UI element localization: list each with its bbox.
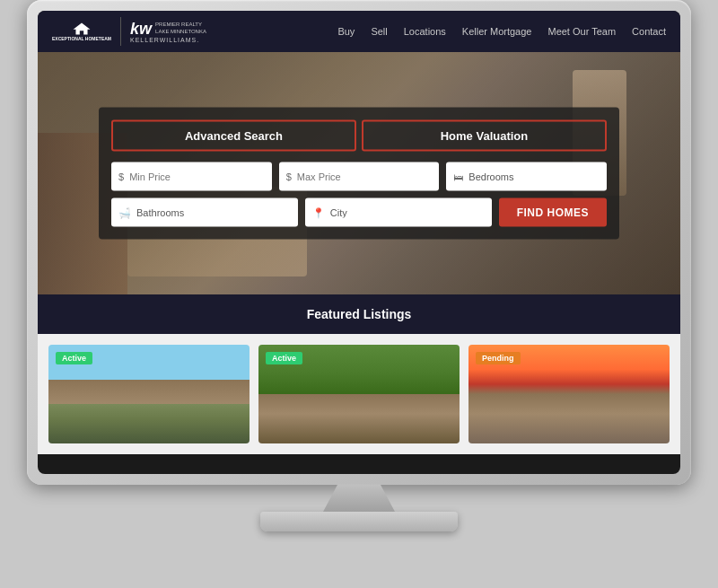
hero-section: Advanced Search Home Valuation $ $ — [38, 52, 680, 294]
tab-home-valuation[interactable]: Home Valuation — [362, 120, 607, 152]
max-price-field[interactable]: $ — [279, 162, 440, 191]
featured-title: Featured Listings — [307, 307, 412, 321]
monitor-outer: EXCEPTIONAL HOMETEAM kw PREMIER REALTY L… — [27, 0, 691, 485]
nav-buy[interactable]: Buy — [337, 26, 355, 37]
bedrooms-select[interactable]: Bedrooms 1+ 2+ 3+ 4+ — [468, 171, 600, 182]
listing-badge-3: Pending — [476, 352, 521, 364]
featured-section: Featured Listings Active Active — [38, 294, 680, 454]
monitor-stand-base — [260, 512, 458, 531]
listing-badge-2: Active — [266, 352, 302, 364]
screen: EXCEPTIONAL HOMETEAM kw PREMIER REALTY L… — [38, 11, 680, 474]
kw-top: kw PREMIER REALTY LAKE MINNETONKA — [130, 21, 206, 37]
bedrooms-field[interactable]: 🛏 Bedrooms 1+ 2+ 3+ 4+ — [446, 162, 607, 191]
nav-sell[interactable]: Sell — [371, 26, 387, 37]
dollar-icon-max: $ — [286, 171, 292, 182]
exceptional-hometeam-logo: EXCEPTIONAL HOMETEAM — [52, 22, 111, 41]
location-icon: 📍 — [312, 206, 325, 218]
listing-card-1[interactable]: Active — [48, 345, 250, 443]
search-row-2: 🛁 Bathrooms 1+ 2+ 3+ 📍 — [111, 198, 607, 227]
svg-marker-0 — [74, 22, 91, 34]
featured-header: Featured Listings — [38, 294, 680, 334]
nav-contact[interactable]: Contact — [632, 26, 666, 37]
monitor-wrapper: EXCEPTIONAL HOMETEAM kw PREMIER REALTY L… — [0, 0, 718, 588]
monitor-bezel: EXCEPTIONAL HOMETEAM kw PREMIER REALTY L… — [38, 11, 680, 474]
brand-logo: EXCEPTIONAL HOMETEAM kw PREMIER REALTY L… — [52, 17, 206, 46]
nav-menu: Buy Sell Locations Keller Mortgage Meet … — [337, 26, 666, 37]
min-price-field[interactable]: $ — [111, 162, 272, 191]
house-icon — [72, 22, 92, 36]
search-row-1: $ $ 🛏 Bedrooms 1+ — [111, 162, 607, 191]
tab-advanced-search[interactable]: Advanced Search — [111, 120, 356, 152]
kw-brand-name: KELLERWILLIAMS. — [130, 37, 206, 43]
nav-mortgage[interactable]: Keller Mortgage — [462, 26, 532, 37]
bathrooms-select[interactable]: Bathrooms 1+ 2+ 3+ — [136, 207, 291, 218]
nav-meet-team[interactable]: Meet Our Team — [547, 26, 616, 37]
kw-logo: kw PREMIER REALTY LAKE MINNETONKA KELLER… — [130, 21, 206, 43]
brand-divider — [120, 17, 121, 46]
min-price-input[interactable] — [129, 171, 265, 182]
nav-locations[interactable]: Locations — [404, 26, 446, 37]
listing-card-3[interactable]: Pending — [468, 345, 670, 443]
city-select[interactable]: City — [330, 207, 485, 218]
listings-row: Active Active Pending — [38, 334, 680, 454]
search-container: Advanced Search Home Valuation $ $ — [99, 108, 619, 240]
search-tabs: Advanced Search Home Valuation — [111, 120, 607, 152]
city-field[interactable]: 📍 City — [305, 198, 492, 227]
kw-letters: kw — [130, 21, 152, 37]
find-homes-button[interactable]: FIND HOMES — [499, 198, 607, 227]
bed-icon: 🛏 — [453, 171, 463, 182]
navbar: EXCEPTIONAL HOMETEAM kw PREMIER REALTY L… — [38, 11, 680, 52]
bath-icon: 🛁 — [118, 206, 131, 218]
kw-subtitle: PREMIER REALTY LAKE MINNETONKA — [155, 22, 206, 36]
max-price-input[interactable] — [297, 171, 433, 182]
dollar-icon-min: $ — [118, 171, 124, 182]
bathrooms-field[interactable]: 🛁 Bathrooms 1+ 2+ 3+ — [111, 198, 298, 227]
monitor-stand-neck — [323, 485, 395, 512]
listing-card-2[interactable]: Active — [258, 345, 460, 443]
listing-badge-1: Active — [56, 352, 92, 364]
brand-text: EXCEPTIONAL HOMETEAM — [52, 36, 111, 41]
